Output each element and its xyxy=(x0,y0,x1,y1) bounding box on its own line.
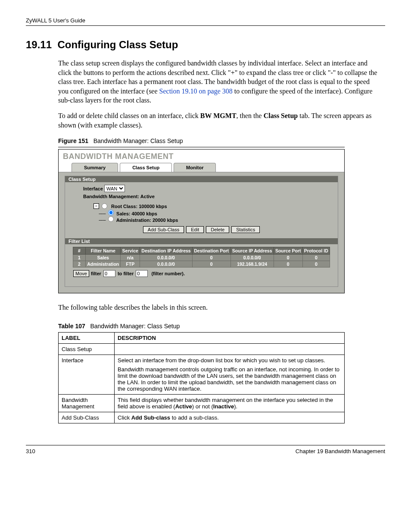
interface-select[interactable]: WAN xyxy=(104,185,125,192)
table-caption: Table 107 Bandwidth Manager: Class Setup xyxy=(58,323,385,330)
section-heading: 19.11 Configuring Class Setup xyxy=(26,39,385,51)
th-sport: Source Port xyxy=(274,247,302,255)
tree-sales-radio[interactable] xyxy=(108,210,114,215)
add-subclass-button[interactable]: Add Sub-Class xyxy=(143,226,184,233)
table-row: 1 Sales n/a 0.0.0.0/0 0 0.0.0.0/0 0 0 xyxy=(73,255,330,261)
th-proto: Protocol ID xyxy=(302,247,330,255)
tab-bar: Summary Class Setup Monitor xyxy=(59,163,344,172)
desc-row: Add Sub-Class Click Add Sub-class to add… xyxy=(59,412,345,423)
running-header: ZyWALL 5 User's Guide xyxy=(26,17,385,26)
filter-table: # Filter Name Service Destination IP Add… xyxy=(73,247,330,268)
page-footer: 310 Chapter 19 Bandwidth Management xyxy=(26,445,385,454)
tree-sales-label: Sales: 40000 kbps xyxy=(116,211,157,216)
group-class-setup: Class Setup xyxy=(65,176,338,182)
desc-row: Class Setup xyxy=(59,343,345,355)
th-sip: Source IP Address xyxy=(230,247,274,255)
th-label: LABEL xyxy=(59,332,115,343)
desc-row: Interface Select an interface from the d… xyxy=(59,355,345,394)
th-description: DESCRIPTION xyxy=(115,332,345,343)
tree-admin-radio[interactable] xyxy=(108,216,114,222)
screenshot-figure: BANDWIDTH MANAGEMENT Summary Class Setup… xyxy=(58,149,345,293)
move-from-input[interactable] xyxy=(103,270,115,277)
tab-class-setup[interactable]: Class Setup xyxy=(120,163,172,172)
section-title: Configuring Class Setup xyxy=(57,39,178,50)
desc-row: Bandwidth Management This field displays… xyxy=(59,394,345,412)
th-dip: Destination IP Address xyxy=(140,247,193,255)
tab-monitor[interactable]: Monitor xyxy=(174,163,216,172)
tree-collapse-icon[interactable]: − xyxy=(93,203,99,209)
chapter-label: Chapter 19 Bandwidth Management xyxy=(296,448,385,454)
tree-root-radio[interactable] xyxy=(102,203,107,209)
interface-label: Interface xyxy=(83,186,103,191)
panel-title: BANDWIDTH MANAGEMENT xyxy=(59,149,344,163)
delete-button[interactable]: Delete xyxy=(206,226,229,233)
after-figure-text: The following table describes the labels… xyxy=(58,303,381,312)
edit-button[interactable]: Edit xyxy=(186,226,204,233)
figure-caption: Figure 151 Bandwidth Manager: Class Setu… xyxy=(58,137,345,147)
description-table: LABEL DESCRIPTION Class Setup Interface … xyxy=(58,332,345,423)
section-number: 19.11 xyxy=(26,39,52,50)
tree-branch-admin: Administration: 20000 kbps xyxy=(99,216,330,223)
tab-summary[interactable]: Summary xyxy=(72,163,118,172)
th-name: Filter Name xyxy=(86,247,121,255)
move-button[interactable]: Move xyxy=(73,270,89,277)
class-action-buttons: Add Sub-Class Edit Delete Statistics xyxy=(73,226,330,233)
move-filter-row: Move filter to filter (filter number). xyxy=(73,270,330,277)
tree-admin-label: Administration: 20000 kbps xyxy=(116,218,178,223)
class-tree: − Root Class: 100000 kbps Sales: 40000 k… xyxy=(93,203,330,223)
tree-root-label: Root Class: 100000 kbps xyxy=(111,204,167,209)
bm-status: Bandwidth Management: Active xyxy=(83,194,155,199)
th-service: Service xyxy=(121,247,140,255)
table-row: 2 Administration FTP 0.0.0.0/0 0 192.168… xyxy=(73,261,330,268)
th-dport: Destination Port xyxy=(193,247,231,255)
page-number: 310 xyxy=(26,448,35,454)
tree-branch-sales: Sales: 40000 kbps xyxy=(99,210,330,216)
move-to-input[interactable] xyxy=(136,270,148,277)
paragraph-2: To add or delete child classes on an int… xyxy=(58,111,381,130)
class-setup-pane: Class Setup Interface WAN Bandwidth Mana… xyxy=(65,176,338,287)
paragraph-1: The class setup screen displays the conf… xyxy=(58,59,381,105)
cross-ref-link[interactable]: Section 19.10 on page 308 xyxy=(159,87,233,95)
statistics-button[interactable]: Statistics xyxy=(231,226,260,233)
th-num: # xyxy=(73,247,86,255)
tree-root-row: − Root Class: 100000 kbps xyxy=(93,203,330,209)
group-filter-list: Filter List xyxy=(65,238,338,244)
